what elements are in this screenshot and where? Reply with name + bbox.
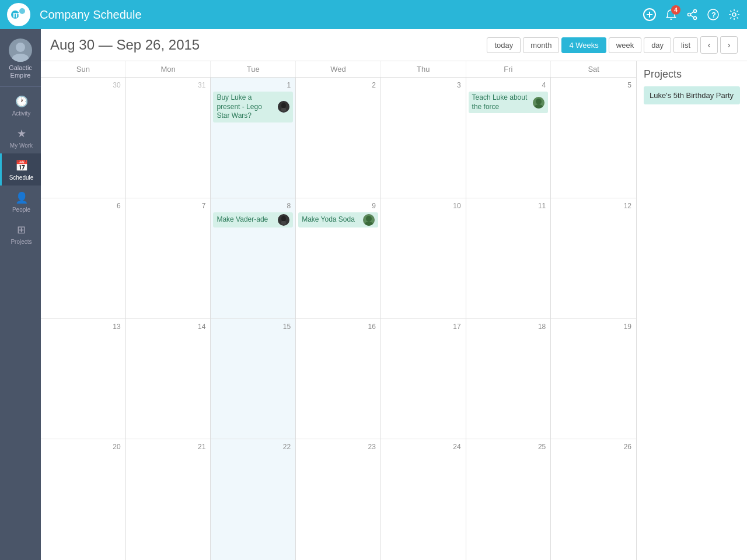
svg-point-26 <box>366 216 372 222</box>
calendar-grid-area: Sun Mon Tue Wed Thu Fri Sat 30 31 1 <box>41 61 636 560</box>
svg-point-8 <box>688 13 691 16</box>
view-month-button[interactable]: month <box>523 37 559 53</box>
svg-line-9 <box>690 12 694 14</box>
help-button[interactable]: ? <box>707 9 719 20</box>
svg-point-15 <box>12 54 29 62</box>
cal-cell-sep15[interactable]: 15 <box>211 319 296 439</box>
event-make-yoda-soda[interactable]: Make Yoda Soda <box>298 212 378 228</box>
cal-cell-sep7[interactable]: 7 <box>126 198 211 318</box>
svg-text:?: ? <box>711 10 716 19</box>
cal-cell-sep3[interactable]: 3 <box>381 78 466 198</box>
add-button[interactable] <box>643 8 656 21</box>
cal-cell-aug31[interactable]: 31 <box>126 78 211 198</box>
project-item[interactable]: Luke's 5th Birthday Party <box>644 86 740 104</box>
cal-cell-sep8[interactable]: 8 Make Vader-ade <box>211 198 296 318</box>
content-area: Aug 30 — Sep 26, 2015 today month 4 Week… <box>41 29 747 560</box>
date-range: Aug 30 — Sep 26, 2015 <box>50 37 487 53</box>
cal-cell-sep2[interactable]: 2 <box>296 78 381 198</box>
clock-icon: 🕐 <box>15 95 28 108</box>
view-list-button[interactable]: list <box>673 37 698 53</box>
sidebar-item-label: Schedule <box>9 174 34 181</box>
cal-cell-sep24[interactable]: 24 <box>381 439 466 560</box>
person-icon: 👤 <box>15 191 28 204</box>
view-day-button[interactable]: day <box>644 37 671 53</box>
cal-cell-sep13[interactable]: 13 <box>41 319 126 439</box>
header-actions: 4 ? <box>643 8 740 21</box>
cal-cell-sep21[interactable]: 21 <box>126 439 211 560</box>
day-header-wed: Wed <box>296 61 381 77</box>
cal-cell-sep6[interactable]: 6 <box>41 198 126 318</box>
svg-point-14 <box>16 43 25 52</box>
app-title: Company Schedule <box>40 8 142 22</box>
svg-point-20 <box>536 99 542 104</box>
view-week-button[interactable]: week <box>609 37 641 53</box>
cal-cell-sep17[interactable]: 17 <box>381 319 466 439</box>
logo-area: m Company Schedule <box>7 3 142 26</box>
table-row: 30 31 1 Buy Luke a present - Lego Star W… <box>41 78 636 198</box>
event-teach-luke[interactable]: Teach Luke about the force <box>469 92 549 113</box>
cal-cell-sep10[interactable]: 10 <box>381 198 466 318</box>
svg-point-23 <box>281 216 286 222</box>
day-header-mon: Mon <box>126 61 211 77</box>
svg-line-10 <box>690 15 694 18</box>
cal-cell-sep1[interactable]: 1 Buy Luke a present - Lego Star Wars? <box>211 78 296 198</box>
svg-point-6 <box>694 10 697 13</box>
cal-cell-sep20[interactable]: 20 <box>41 439 126 560</box>
sidebar-item-projects[interactable]: ⊞ Projects <box>0 218 41 250</box>
cal-cell-sep25[interactable]: 25 <box>466 439 551 560</box>
sidebar-user: Galactic Empire <box>0 34 41 87</box>
grid-icon: ⊞ <box>17 223 26 236</box>
cal-cell-sep11[interactable]: 11 <box>466 198 551 318</box>
cal-cell-sep23[interactable]: 23 <box>296 439 381 560</box>
svg-text:m: m <box>13 10 20 19</box>
cal-cell-sep16[interactable]: 16 <box>296 319 381 439</box>
cal-cell-sep5[interactable]: 5 <box>551 78 636 198</box>
share-button[interactable] <box>686 9 698 20</box>
sidebar-item-label: Projects <box>11 239 32 245</box>
cal-cell-sep22[interactable]: 22 <box>211 439 296 560</box>
table-row: 6 7 8 Make Vader-ade 9 <box>41 198 636 319</box>
cal-cell-sep26[interactable]: 26 <box>551 439 636 560</box>
sidebar-nav: 🕐 Activity ★ My Work 📅 Schedule 👤 People… <box>0 87 41 250</box>
prev-button[interactable]: ‹ <box>700 36 718 54</box>
view-today-button[interactable]: today <box>487 37 521 53</box>
cal-cell-sep12[interactable]: 12 <box>551 198 636 318</box>
cal-cell-aug30[interactable]: 30 <box>41 78 126 198</box>
cal-cell-sep4[interactable]: 4 Teach Luke about the force <box>466 78 551 198</box>
notifications-button[interactable]: 4 <box>665 9 677 20</box>
event-make-vader-ade[interactable]: Make Vader-ade <box>213 212 293 228</box>
svg-point-13 <box>732 13 736 16</box>
svg-point-1 <box>19 8 25 14</box>
calendar-icon: 📅 <box>15 159 28 172</box>
event-avatar <box>278 101 289 113</box>
next-button[interactable]: › <box>720 36 738 54</box>
cal-cell-sep14[interactable]: 14 <box>126 319 211 439</box>
calendar-header: Aug 30 — Sep 26, 2015 today month 4 Week… <box>41 29 747 61</box>
settings-button[interactable] <box>728 9 740 20</box>
projects-title: Projects <box>644 68 740 80</box>
view-4weeks-button[interactable]: 4 Weeks <box>561 37 606 53</box>
cal-cell-sep18[interactable]: 18 <box>466 319 551 439</box>
star-icon: ★ <box>17 127 26 140</box>
day-header-sat: Sat <box>551 61 636 77</box>
sidebar-item-activity[interactable]: 🕐 Activity <box>0 89 41 121</box>
calendar-grid: 30 31 1 Buy Luke a present - Lego Star W… <box>41 78 636 560</box>
svg-rect-24 <box>281 221 286 225</box>
avatar <box>9 38 32 62</box>
day-headers: Sun Mon Tue Wed Thu Fri Sat <box>41 61 636 78</box>
sidebar-item-mywork[interactable]: ★ My Work <box>0 121 41 153</box>
sidebar-item-label: My Work <box>10 142 33 149</box>
event-avatar <box>278 214 289 226</box>
table-row: 20 21 22 23 24 25 26 <box>41 439 636 560</box>
table-row: 13 14 15 16 17 18 19 <box>41 319 636 440</box>
day-header-thu: Thu <box>381 61 466 77</box>
sidebar-item-schedule[interactable]: 📅 Schedule <box>0 153 41 186</box>
right-panel: Projects Luke's 5th Birthday Party <box>636 61 747 560</box>
top-header: m Company Schedule 4 ? <box>0 0 747 29</box>
day-header-fri: Fri <box>466 61 551 77</box>
event-buy-luke[interactable]: Buy Luke a present - Lego Star Wars? <box>213 92 293 123</box>
cal-cell-sep19[interactable]: 19 <box>551 319 636 439</box>
cal-cell-sep9[interactable]: 9 Make Yoda Soda <box>296 198 381 318</box>
day-header-tue: Tue <box>211 61 296 77</box>
sidebar-item-people[interactable]: 👤 People <box>0 186 41 218</box>
